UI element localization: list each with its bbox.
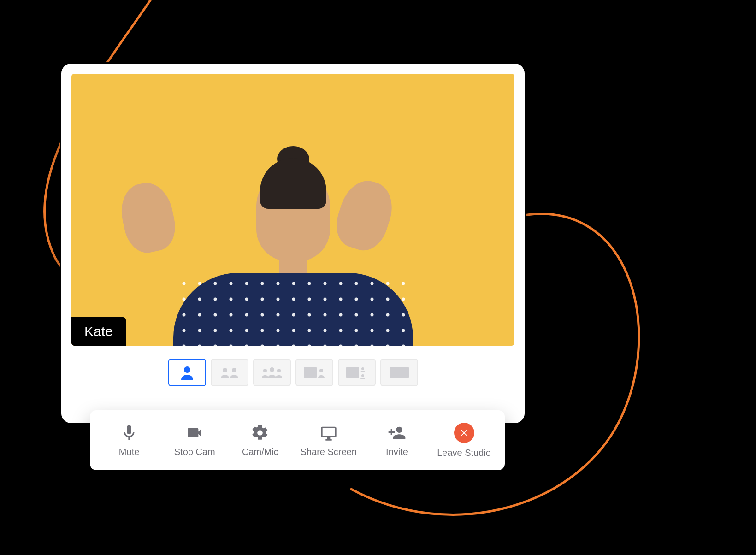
svg-point-10 — [361, 374, 364, 377]
layout-two-up[interactable] — [211, 359, 248, 386]
stop-cam-label: Stop Cam — [174, 447, 215, 457]
two-people-icon — [217, 363, 242, 382]
layout-picker — [61, 359, 525, 386]
cam-mic-settings-button[interactable]: Cam/Mic — [235, 424, 285, 457]
svg-point-4 — [270, 367, 274, 372]
svg-point-3 — [263, 369, 267, 372]
layout-content-full[interactable] — [380, 359, 418, 386]
svg-point-5 — [277, 369, 281, 372]
screen-plus-one-icon — [302, 363, 327, 382]
layout-content-one[interactable] — [295, 359, 333, 386]
studio-window: Kate — [60, 62, 526, 425]
layout-solo[interactable] — [168, 359, 206, 386]
invite-label: Invite — [386, 447, 408, 457]
video-tile: Kate — [71, 74, 514, 346]
screen-icon — [319, 424, 338, 442]
screen-plus-two-icon — [344, 363, 369, 382]
three-people-icon — [260, 363, 284, 382]
invite-button[interactable]: Invite — [372, 424, 422, 457]
person-icon — [175, 363, 200, 382]
cam-mic-label: Cam/Mic — [242, 447, 278, 457]
mute-label: Mute — [119, 447, 139, 457]
mic-icon — [120, 424, 138, 442]
mute-button[interactable]: Mute — [104, 424, 154, 457]
participant-figure — [256, 169, 330, 261]
add-person-icon — [388, 424, 406, 442]
svg-rect-6 — [304, 367, 317, 378]
svg-rect-8 — [346, 367, 359, 378]
gear-icon — [251, 424, 269, 442]
stop-cam-button[interactable]: Stop Cam — [169, 424, 220, 457]
participant-name-tag: Kate — [71, 317, 126, 346]
close-icon — [454, 423, 474, 443]
svg-point-7 — [319, 369, 323, 372]
share-screen-button[interactable]: Share Screen — [301, 424, 357, 457]
camera-icon — [185, 424, 204, 442]
svg-point-0 — [184, 366, 190, 373]
svg-point-2 — [232, 368, 236, 372]
svg-point-1 — [223, 368, 227, 372]
leave-studio-button[interactable]: Leave Studio — [437, 423, 491, 458]
studio-toolbar: Mute Stop Cam Cam/Mic Share Screen Invit… — [90, 410, 505, 470]
svg-point-9 — [361, 367, 364, 370]
share-screen-label: Share Screen — [301, 447, 357, 457]
screen-full-icon — [387, 363, 412, 382]
layout-three-up[interactable] — [253, 359, 291, 386]
svg-rect-11 — [390, 367, 409, 378]
leave-label: Leave Studio — [437, 448, 491, 458]
participant-name: Kate — [84, 324, 113, 339]
layout-content-two[interactable] — [338, 359, 376, 386]
